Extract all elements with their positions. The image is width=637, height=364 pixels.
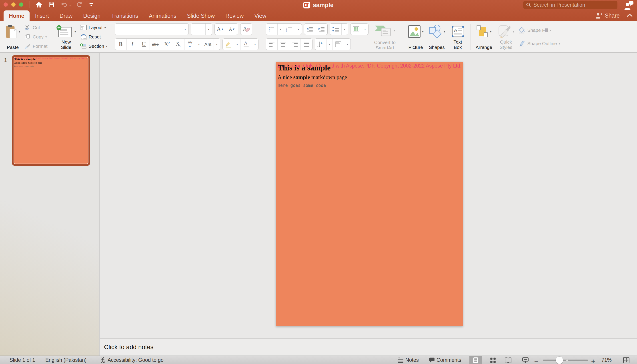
tab-animations[interactable]: Animations <box>144 10 182 21</box>
line-spacing-dropdown-arrow-icon[interactable]: ▾ <box>342 24 348 35</box>
new-slide-icon <box>56 25 73 38</box>
tab-insert[interactable]: Insert <box>30 10 54 21</box>
tab-draw[interactable]: Draw <box>54 10 78 21</box>
slide-count-status: Slide 1 of 1 <box>10 357 35 363</box>
share-button[interactable]: Share <box>595 12 620 19</box>
numbering-icon: 123 <box>286 26 292 32</box>
columns-button[interactable] <box>350 24 362 35</box>
clipboard-group: Cut Copy ▾ Format <box>24 23 48 51</box>
superscript-button[interactable]: X2 <box>161 39 173 50</box>
picture-button[interactable]: ▾ Picture <box>406 23 425 51</box>
search-box[interactable] <box>523 1 618 9</box>
highlight-dropdown-arrow-icon[interactable]: ▾ <box>234 39 240 50</box>
line-spacing-button[interactable] <box>330 24 342 35</box>
format-painter-button[interactable]: Format <box>24 42 48 50</box>
fit-slide-to-window-button[interactable] <box>620 356 632 364</box>
titlebar: ▾ P sample <box>0 0 637 11</box>
normal-view-button[interactable] <box>470 356 482 364</box>
decrease-font-size-button[interactable]: A▼ <box>226 24 238 35</box>
font-name-combobox[interactable]: ▾ <box>115 23 189 35</box>
text-direction-button[interactable]: A <box>315 39 326 50</box>
columns-dropdown-arrow-icon[interactable]: ▾ <box>362 24 368 35</box>
slideshow-button[interactable] <box>519 356 532 364</box>
zoom-slider-knob[interactable] <box>556 356 563 364</box>
language-status[interactable]: English (Pakistan) <box>45 357 86 363</box>
collapse-ribbon-button[interactable] <box>627 13 632 18</box>
bullets-dropdown-arrow-icon[interactable]: ▾ <box>278 24 284 35</box>
font-size-combobox[interactable]: ▾ <box>191 23 212 35</box>
strikethrough-button[interactable]: abe <box>150 39 161 50</box>
numbering-dropdown-arrow-icon[interactable]: ▾ <box>296 24 302 35</box>
align-right-button[interactable] <box>289 39 301 50</box>
align-left-button[interactable] <box>266 39 278 50</box>
bold-button[interactable]: B <box>115 39 127 50</box>
paste-button[interactable]: ▾ Paste <box>4 23 22 51</box>
format-label: Format <box>33 44 48 49</box>
font-color-button[interactable]: A <box>240 39 252 50</box>
bullets-button[interactable] <box>266 24 278 35</box>
subscript-button[interactable]: X2 <box>173 39 184 50</box>
text-box-button[interactable]: A Text Box <box>449 23 467 51</box>
zoom-level[interactable]: 71% <box>602 357 612 363</box>
notes-placeholder[interactable]: Click to add notes <box>104 344 154 351</box>
layout-button[interactable]: Layout ▾ <box>80 23 108 32</box>
shape-fill-button[interactable]: Shape Fill ▾ <box>518 26 560 34</box>
highlight-color-button[interactable] <box>223 39 234 50</box>
justify-button[interactable] <box>301 39 312 50</box>
new-slide-button[interactable]: ▾ New Slide <box>55 23 78 51</box>
align-text-dropdown-arrow-icon[interactable]: ▾ <box>344 39 350 50</box>
notes-toggle-button[interactable]: Notes <box>398 357 419 363</box>
account-button[interactable] <box>624 1 634 10</box>
slide[interactable]: Evaluation Only. Created with Aspose.PDF… <box>276 62 463 326</box>
svg-text:A: A <box>320 41 323 45</box>
font-color-dropdown-arrow-icon[interactable]: ▾ <box>252 39 258 50</box>
shapes-button[interactable]: ▾ Shapes <box>427 23 446 51</box>
copy-button[interactable]: Copy ▾ <box>24 33 48 41</box>
convert-to-smartart-button[interactable]: ▾ Convert to SmartArt <box>371 23 399 51</box>
tab-review[interactable]: Review <box>220 10 249 21</box>
underline-icon: U <box>142 41 146 47</box>
text-direction-dropdown-arrow-icon[interactable]: ▾ <box>326 39 333 50</box>
comments-toggle-button[interactable]: Comments <box>429 357 461 363</box>
zoom-out-button[interactable]: − <box>534 358 538 364</box>
change-case-icon: A⤴a <box>204 42 211 47</box>
align-center-button[interactable] <box>278 39 289 50</box>
reading-view-icon <box>505 357 512 363</box>
decrease-indent-button[interactable] <box>304 24 316 35</box>
tab-design[interactable]: Design <box>78 10 106 21</box>
paste-dropdown-arrow-icon: ▾ <box>19 30 20 33</box>
increase-font-size-button[interactable]: A▲ <box>215 24 226 35</box>
tab-view[interactable]: View <box>249 10 272 21</box>
increase-indent-button[interactable] <box>316 24 328 35</box>
accessibility-status[interactable]: Accessibility: Good to go <box>100 357 164 363</box>
slide-editing-canvas[interactable]: Evaluation Only. Created with Aspose.PDF… <box>100 53 637 338</box>
notes-pane[interactable]: Click to add notes <box>100 338 637 356</box>
slide-sorter-view-button[interactable] <box>487 356 499 364</box>
underline-button[interactable]: U <box>138 39 150 50</box>
zoom-in-button[interactable]: + <box>591 357 595 364</box>
zoom-100-marker <box>566 360 568 361</box>
shape-outline-button[interactable]: Shape Outline ▾ <box>518 39 560 48</box>
character-spacing-button[interactable]: AV↔ <box>184 39 196 50</box>
quick-styles-button[interactable]: ▾ Quick Styles <box>496 23 516 51</box>
section-button[interactable]: Section ▾ <box>80 42 108 50</box>
slide-thumbnail[interactable]: Evaluation Only. Created with Aspose.PDF… <box>12 55 90 166</box>
tab-slide-show[interactable]: Slide Show <box>182 10 220 21</box>
numbering-button[interactable]: 123 <box>284 24 296 35</box>
tab-home[interactable]: Home <box>4 10 30 21</box>
align-text-button[interactable] <box>333 39 344 50</box>
italic-button[interactable]: I <box>127 39 138 50</box>
share-label: Share <box>605 12 620 19</box>
clear-formatting-button[interactable]: A <box>240 24 252 35</box>
arrange-button[interactable]: ▾ Arrange <box>474 23 494 51</box>
tab-transitions[interactable]: Transitions <box>106 10 143 21</box>
zoom-slider-track[interactable] <box>543 360 588 361</box>
change-case-dropdown-arrow-icon[interactable]: ▾ <box>214 39 220 50</box>
reading-view-button[interactable] <box>502 356 514 364</box>
ribbon-group-divider <box>470 24 471 50</box>
cut-button[interactable]: Cut <box>24 23 48 32</box>
character-spacing-dropdown-arrow-icon[interactable]: ▾ <box>196 39 202 50</box>
reset-button[interactable]: Reset <box>80 33 108 41</box>
search-input[interactable] <box>534 2 615 8</box>
change-case-button[interactable]: A⤴a <box>202 39 214 50</box>
